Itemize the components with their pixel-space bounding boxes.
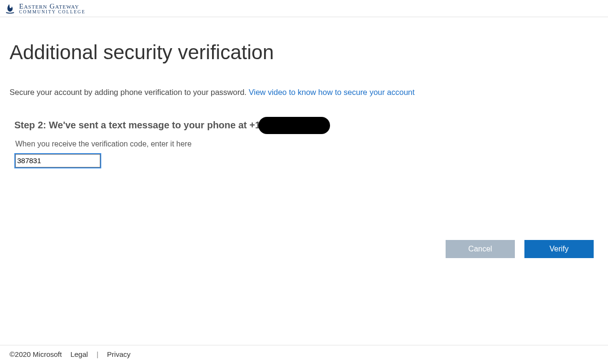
logo-text: Eastern Gateway COMMUNITY COLLEGE (19, 3, 85, 15)
video-link[interactable]: View video to know how to secure your ac… (249, 88, 415, 96)
code-instruction: When you receive the verification code, … (15, 140, 598, 148)
subtitle-text: Secure your account by adding phone veri… (10, 88, 249, 96)
footer-separator: | (96, 350, 98, 358)
step-heading: Step 2: We've sent a text message to you… (14, 120, 260, 131)
flame-logo-icon (5, 3, 15, 14)
footer-legal-link[interactable]: Legal (70, 350, 88, 358)
page-title: Additional security verification (10, 41, 598, 64)
step-heading-row: Step 2: We've sent a text message to you… (14, 117, 598, 134)
button-row: Cancel Verify (446, 240, 594, 258)
footer: ©2020 Microsoft Legal | Privacy (0, 345, 608, 363)
logo-line1: Eastern Gateway (19, 3, 85, 10)
main-content: Additional security verification Secure … (0, 17, 608, 167)
phone-redaction (258, 117, 330, 134)
verification-code-input[interactable] (15, 154, 100, 167)
subtitle: Secure your account by adding phone veri… (10, 88, 598, 97)
verify-button[interactable]: Verify (524, 240, 594, 258)
footer-privacy-link[interactable]: Privacy (107, 350, 130, 358)
header: Eastern Gateway COMMUNITY COLLEGE (0, 0, 608, 17)
logo-line2: COMMUNITY COLLEGE (19, 10, 85, 15)
cancel-button[interactable]: Cancel (446, 240, 515, 258)
footer-copyright: ©2020 Microsoft (10, 350, 62, 358)
